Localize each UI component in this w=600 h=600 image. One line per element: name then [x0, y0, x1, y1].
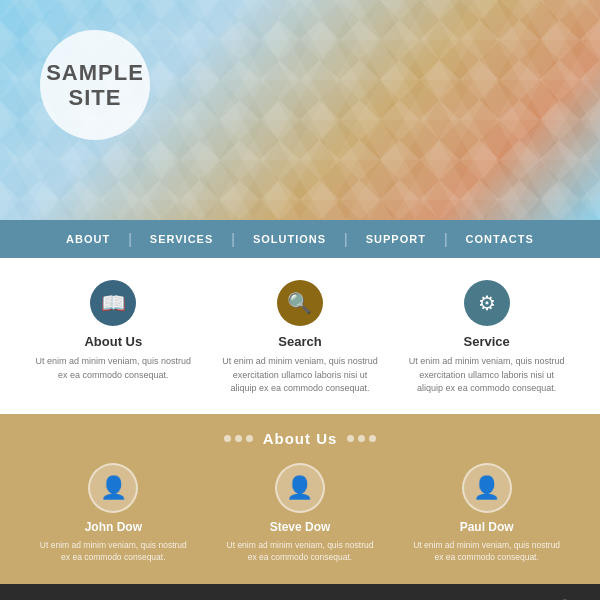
about-header: About Us: [20, 430, 580, 447]
john-desc: Ut enim ad minim veniam, quis nostrud ex…: [36, 539, 191, 565]
person-john: 👤 John Dow Ut enim ad minim veniam, quis…: [36, 463, 191, 565]
person-icon: 👤: [473, 475, 500, 501]
feature-service-title: Service: [464, 334, 510, 349]
steve-desc: Ut enim ad minim veniam, quis nostrud ex…: [222, 539, 377, 565]
dot-2: [235, 435, 242, 442]
feature-about: 📖 About Us Ut enim ad minim veniam, quis…: [33, 280, 193, 382]
feature-search-title: Search: [278, 334, 321, 349]
features-section: 📖 About Us Ut enim ad minim veniam, quis…: [0, 258, 600, 414]
nav-services[interactable]: SERVICES: [132, 233, 231, 245]
paul-name: Paul Dow: [460, 520, 514, 534]
paul-desc: Ut enim ad minim veniam, quis nostrud ex…: [409, 539, 564, 565]
steve-name: Steve Dow: [270, 520, 331, 534]
about-cards: 👤 John Dow Ut enim ad minim veniam, quis…: [20, 463, 580, 565]
dot-4: [347, 435, 354, 442]
search-icon: 🔍: [287, 291, 312, 315]
feature-about-desc: Ut enim ad minim veniam, quis nostrud ex…: [33, 355, 193, 382]
nav-solutions[interactable]: SOLUTIONS: [235, 233, 344, 245]
feature-search: 🔍 Search Ut enim ad minim veniam, quis n…: [220, 280, 380, 396]
paul-avatar: 👤: [462, 463, 512, 513]
dot-3: [246, 435, 253, 442]
logo-circle: SAMPLE SITE: [40, 30, 150, 140]
john-name: John Dow: [85, 520, 142, 534]
john-avatar: 👤: [88, 463, 138, 513]
search-icon-circle: 🔍: [277, 280, 323, 326]
feature-service: ⚙ Service Ut enim ad minim veniam, quis …: [407, 280, 567, 396]
dot-5: [358, 435, 365, 442]
dots-left: [224, 435, 253, 442]
logo-text: SAMPLE SITE: [46, 60, 144, 111]
feature-about-title: About Us: [84, 334, 142, 349]
nav-contacts[interactable]: CONTACTS: [448, 233, 552, 245]
main-nav: ABOUT | SERVICES | SOLUTIONS | SUPPORT |…: [0, 220, 600, 258]
dot-1: [224, 435, 231, 442]
hero-section: SAMPLE SITE: [0, 0, 600, 220]
about-icon-circle: 📖: [90, 280, 136, 326]
nav-support[interactable]: SUPPORT: [348, 233, 444, 245]
person-icon: 👤: [286, 475, 313, 501]
steve-avatar: 👤: [275, 463, 325, 513]
gear-icon: ⚙: [478, 291, 496, 315]
dots-right: [347, 435, 376, 442]
book-icon: 📖: [101, 291, 126, 315]
nav-about[interactable]: ABOUT: [48, 233, 128, 245]
person-steve: 👤 Steve Dow Ut enim ad minim veniam, qui…: [222, 463, 377, 565]
feature-service-desc: Ut enim ad minim veniam, quis nostrud ex…: [407, 355, 567, 396]
about-section: About Us 👤 John Dow Ut enim ad minim ven…: [0, 414, 600, 585]
feature-search-desc: Ut enim ad minim veniam, quis nostrud ex…: [220, 355, 380, 396]
footer: WWW.SAMPLESITE.COM @SAMPLESITE ABOUT SER…: [0, 584, 600, 600]
service-icon-circle: ⚙: [464, 280, 510, 326]
person-paul: 👤 Paul Dow Ut enim ad minim veniam, quis…: [409, 463, 564, 565]
dot-6: [369, 435, 376, 442]
person-icon: 👤: [100, 475, 127, 501]
about-section-title: About Us: [263, 430, 338, 447]
